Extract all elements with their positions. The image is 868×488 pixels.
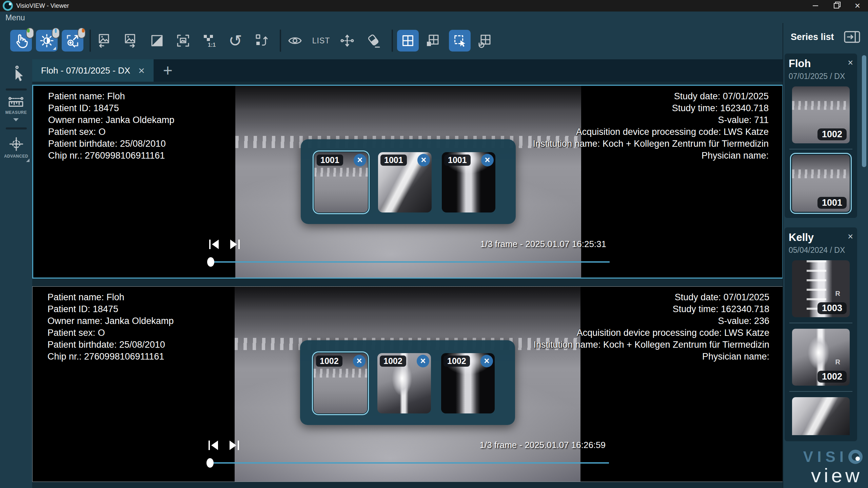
thumbnail-number: 1002 (316, 355, 342, 367)
custom-layout-button[interactable] (423, 30, 442, 52)
slider-handle[interactable] (207, 257, 214, 267)
popup-thumbnail[interactable]: 1002 × (441, 353, 495, 413)
toolbar: 1:1 ↺ LIST (0, 24, 783, 58)
series-thumbnail[interactable]: R 1003 (792, 260, 850, 317)
next-frame-button[interactable] (226, 438, 241, 453)
series-thumbnail[interactable]: 1002 (792, 86, 850, 143)
popup-thumbnail[interactable]: 1001 × (442, 152, 495, 212)
mouse-wheel-icon (52, 27, 60, 39)
measure-tool[interactable]: MEASURE (5, 97, 27, 121)
next-frame-icon (228, 238, 241, 251)
pan-tool-button[interactable] (10, 30, 32, 52)
visibility-button[interactable] (285, 30, 305, 52)
advanced-tool[interactable]: ADVANCED (4, 136, 28, 159)
minimize-button[interactable] (805, 0, 826, 12)
minimize-icon (813, 5, 818, 6)
fit-to-screen-button[interactable] (173, 30, 193, 52)
next-image-button[interactable] (121, 30, 141, 52)
viewport-2[interactable]: Patient name: Floh Patient ID: 18475 Own… (32, 286, 783, 482)
series-group-header: Kelly × (789, 231, 853, 244)
series-group-close-button[interactable]: × (848, 232, 853, 241)
series-sort-button[interactable] (252, 30, 271, 52)
cursor-icon (7, 65, 25, 82)
patient-sex: Patient sex: O (48, 126, 174, 138)
previous-image-button[interactable] (95, 30, 115, 52)
slider-handle[interactable] (206, 458, 214, 468)
series-thumbnail[interactable] (792, 397, 850, 435)
tool-divider (6, 127, 27, 129)
thumbnail-divider (789, 323, 852, 323)
grid-layout-button[interactable] (397, 30, 419, 52)
series-scrollbar[interactable] (862, 55, 866, 167)
collapse-panel-icon[interactable] (844, 30, 861, 44)
thumbnail-close-button[interactable]: × (481, 154, 494, 166)
previous-frame-button[interactable] (207, 237, 222, 252)
region-select-button[interactable] (449, 30, 471, 52)
actual-pixels-button[interactable]: 1:1 (199, 30, 219, 52)
select-region-icon (452, 33, 468, 48)
close-icon: × (855, 1, 860, 11)
measure-distance-button[interactable] (337, 30, 357, 52)
thumbnail-close-button[interactable]: × (480, 355, 493, 367)
series-thumbnail[interactable]: 1001 (792, 155, 850, 212)
patient-name: Patient name: Floh (47, 291, 174, 303)
list-label: LIST (312, 36, 330, 45)
eraser-button[interactable] (363, 30, 383, 52)
series-group-name: Kelly (789, 231, 814, 244)
close-button[interactable]: × (847, 0, 868, 12)
study-info-overlay: Study date: 07/01/2025 Study time: 16234… (533, 291, 769, 363)
chip-number: Chip nr.: 2760998106911161 (48, 150, 174, 162)
pointer-tool[interactable] (7, 65, 25, 82)
thumbnail-number: 1001 (317, 155, 343, 166)
series-thumbnail[interactable]: R 1002 (792, 329, 850, 386)
sort-layout-icon (253, 33, 270, 49)
series-number-badge: 1002 (817, 371, 847, 383)
previous-frame-button[interactable] (206, 438, 221, 453)
next-frame-button[interactable] (227, 237, 242, 252)
popup-thumbnail[interactable]: 1002 × (314, 353, 367, 413)
grid-2x2-icon (400, 33, 416, 48)
ruler-icon (7, 97, 24, 109)
alternate-layout-button[interactable] (475, 30, 494, 52)
study-info-overlay: Study date: 07/01/2025 Study time: 16234… (533, 90, 769, 162)
tab-bar: Floh - 07/01/2025 - DX × + (32, 59, 783, 82)
frame-slider[interactable] (212, 462, 609, 464)
thumbnail-close-button[interactable]: × (417, 355, 429, 367)
frame-slider[interactable] (213, 261, 610, 263)
thumbnail-number: 1002 (380, 355, 406, 367)
thumbnail-divider (789, 149, 852, 149)
study-time: Study time: 162340.718 (533, 102, 769, 114)
thumbnail-close-button[interactable]: × (354, 154, 366, 166)
invert-button[interactable] (147, 30, 167, 52)
list-button[interactable]: LIST (311, 30, 331, 52)
svg-text:1:1: 1:1 (208, 42, 216, 48)
popup-thumbnail[interactable]: 1001 × (314, 152, 368, 212)
popup-thumbnail[interactable]: 1001 × (378, 152, 432, 212)
app-logo-icon (3, 1, 13, 11)
s-value: S-value: 236 (533, 315, 769, 327)
mouse-left-button-icon (26, 27, 34, 39)
tab-close-icon[interactable]: × (138, 65, 145, 76)
series-thumbnail-popup: 1002 × 1002 × 1002 × (300, 340, 515, 425)
alt-layout-icon (476, 33, 493, 49)
menu-button[interactable]: Menu (0, 13, 25, 22)
fit-to-screen-icon (175, 33, 191, 49)
mixed-layout-icon (425, 33, 441, 49)
title-bar: VisioVIEW - Viewer × (0, 0, 868, 12)
thumbnail-close-button[interactable]: × (353, 355, 366, 367)
thumbnail-number: 1001 (444, 155, 471, 166)
window-level-tool-button[interactable] (36, 30, 58, 52)
restore-button[interactable] (826, 0, 847, 12)
toolbar-separator (392, 29, 393, 52)
rotate-button[interactable]: ↺ (225, 30, 245, 52)
series-group-close-button[interactable]: × (848, 58, 853, 67)
popup-thumbnail[interactable]: 1002 × (377, 353, 431, 413)
viewport-1[interactable]: Patient name: Floh Patient ID: 18475 Own… (32, 85, 783, 279)
tab-floh-study[interactable]: Floh - 07/01/2025 - DX × (32, 59, 154, 82)
measure-label: MEASURE (5, 110, 27, 115)
new-tab-button[interactable]: + (163, 62, 173, 79)
zoom-tool-button[interactable] (62, 30, 83, 52)
thumbnail-close-button[interactable]: × (417, 154, 430, 166)
submenu-indicator (53, 47, 56, 50)
advanced-label: ADVANCED (4, 154, 28, 159)
